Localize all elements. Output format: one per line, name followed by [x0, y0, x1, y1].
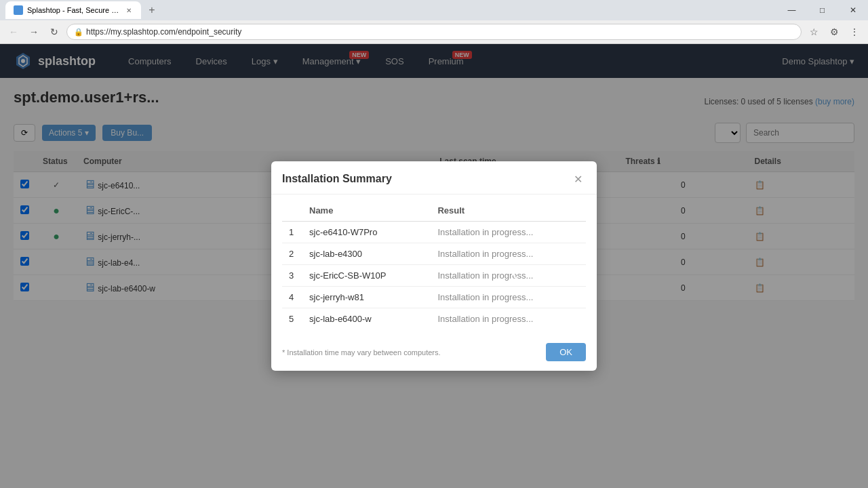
- back-button[interactable]: ←: [5, 24, 22, 40]
- new-tab-button[interactable]: +: [144, 2, 160, 18]
- modal-overlay: Installation Summary ✕ Name Result 1 sjc…: [0, 44, 868, 488]
- row-name: sjc-jerryh-w81: [302, 287, 431, 308]
- col-num-header: [282, 200, 302, 222]
- tab-title: Splashtop - Fast, Secure Remote: [27, 6, 121, 14]
- ssl-lock-icon: 🔒: [74, 28, 83, 37]
- row-num: 1: [282, 222, 302, 243]
- tab-favicon: [14, 5, 23, 15]
- maximize-button[interactable]: □: [807, 3, 837, 18]
- reload-button[interactable]: ↻: [46, 24, 62, 40]
- menu-button[interactable]: ⋮: [846, 24, 863, 40]
- app-container: splashtop Computers Devices Logs ▾ Manag…: [0, 44, 868, 488]
- url-text: https://my.splashtop.com/endpoint_securi…: [86, 27, 241, 37]
- modal-table-row: 1 sjc-e6410-W7Pro Installation in progre…: [282, 222, 586, 243]
- row-num: 5: [282, 308, 302, 330]
- col-result-header: Result: [431, 200, 586, 222]
- installation-summary-modal: Installation Summary ✕ Name Result 1 sjc…: [271, 161, 597, 371]
- bookmark-button[interactable]: ☆: [806, 24, 822, 40]
- modal-table-row: 5 sjc-lab-e6400-w Installation in progre…: [282, 308, 586, 330]
- col-name-header: Name: [302, 200, 431, 222]
- extensions-button[interactable]: ⚙: [826, 24, 842, 40]
- modal-close-button[interactable]: ✕: [570, 171, 586, 187]
- close-button[interactable]: ✕: [837, 3, 868, 18]
- modal-footer: * Installation time may vary between com…: [271, 336, 597, 371]
- tab-close-icon[interactable]: ✕: [125, 5, 133, 15]
- modal-title: Installation Summary: [282, 173, 392, 185]
- window-controls: — □ ✕: [776, 3, 868, 18]
- browser-titlebar: Splashtop - Fast, Secure Remote ✕ + — □ …: [0, 0, 868, 20]
- modal-header: Installation Summary ✕: [271, 161, 597, 195]
- browser-chrome: Splashtop - Fast, Secure Remote ✕ + — □ …: [0, 0, 868, 44]
- row-result: Installation in progress...: [431, 243, 586, 265]
- modal-table-row: 2 sjc-lab-e4300 Installation in progress…: [282, 243, 586, 265]
- installation-table: Name Result 1 sjc-e6410-W7Pro Installati…: [282, 200, 586, 329]
- minimize-button[interactable]: —: [776, 3, 807, 18]
- modal-note: * Installation time may vary between com…: [282, 348, 441, 357]
- address-bar[interactable]: 🔒 https://my.splashtop.com/endpoint_secu…: [66, 24, 802, 40]
- row-num: 4: [282, 287, 302, 308]
- ok-button[interactable]: OK: [546, 343, 586, 361]
- row-result: Installation in progress...: [431, 287, 586, 308]
- modal-table-row: 4 sjc-jerryh-w81 Installation in progres…: [282, 287, 586, 308]
- row-result: Installation in progress...: [431, 222, 586, 243]
- row-name: sjc-e6410-W7Pro: [302, 222, 431, 243]
- row-num: 2: [282, 243, 302, 265]
- row-num: 3: [282, 265, 302, 287]
- forward-button[interactable]: →: [26, 24, 42, 40]
- row-name: sjc-lab-e4300: [302, 243, 431, 265]
- row-name: sjc-lab-e6400-w: [302, 308, 431, 330]
- browser-tab[interactable]: Splashtop - Fast, Secure Remote ✕: [5, 1, 141, 19]
- modal-table-row: 3 sjc-EricC-SB-W10P Installation in prog…: [282, 265, 586, 287]
- browser-controls: ← → ↻ 🔒 https://my.splashtop.com/endpoin…: [0, 20, 868, 44]
- row-result: Installation in progress...: [431, 265, 586, 287]
- modal-body: Name Result 1 sjc-e6410-W7Pro Installati…: [271, 200, 597, 336]
- row-name: sjc-EricC-SB-W10P: [302, 265, 431, 287]
- row-result: Installation in progress...: [431, 308, 586, 330]
